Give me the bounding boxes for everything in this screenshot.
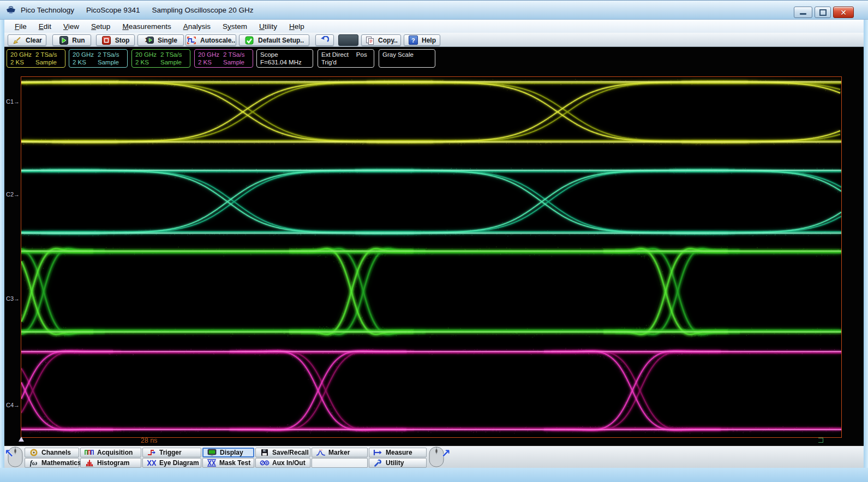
question-mark-glyph: ? (409, 35, 418, 45)
channel-4-position-marker[interactable]: C4→ (5, 402, 20, 408)
single-icon: 1 (144, 37, 154, 44)
trigger-status-box[interactable]: Ext DirectPos Trig'd (318, 49, 374, 68)
menu-analysis[interactable]: Analysis (177, 21, 217, 32)
utility-icon (373, 459, 383, 467)
scope-display-area: Scope F=631.04 MHz Ext DirectPos Trig'd … (4, 47, 864, 445)
histogram-menu-button[interactable]: Histogram (80, 458, 141, 468)
channel-2-position-marker[interactable]: C2→ (5, 191, 20, 198)
window-frame-right (864, 20, 868, 468)
trigger-state: Trig'd (321, 58, 370, 66)
channel-3-status-box[interactable]: 20 GHz 2 TSa/s 2 KS Sample (131, 49, 190, 68)
eye-diagram-canvas[interactable] (21, 77, 841, 437)
channel-3-position-marker[interactable]: C3→ (5, 295, 20, 302)
help-button[interactable]: ?Help (404, 34, 440, 46)
blank-cell[interactable] (312, 458, 368, 468)
mathematics-menu-button[interactable]: fωMathematics (25, 458, 79, 468)
measure-icon (373, 448, 383, 457)
menu-measurements[interactable]: Measurements (116, 21, 177, 32)
scope-frequency: F=631.04 MHz (260, 58, 309, 66)
trigger-slope: Pos (356, 51, 367, 58)
mask-test-menu-button[interactable]: Mask Test (202, 458, 254, 468)
title-company: Pico Technology (21, 6, 74, 14)
maximize-icon (819, 9, 827, 16)
snapshot-button[interactable] (338, 34, 358, 46)
close-button[interactable]: ✕ (833, 7, 854, 18)
copy-icon (364, 36, 375, 45)
mouse-right-button-hint-icon: ↗ (428, 446, 450, 469)
histogram-icon (84, 459, 94, 467)
marker-icon (315, 448, 326, 457)
window-frame-bottom (0, 468, 868, 482)
trigger-source: Ext Direct (321, 51, 349, 58)
mouse-left-button-hint-icon: ↖ (4, 446, 26, 469)
run-button[interactable]: Run (52, 34, 91, 46)
aux-in-out-menu-button[interactable]: Aux In/Out (255, 458, 310, 468)
mask-test-icon (206, 459, 217, 467)
bottom-menu-bar: ↖ChannelsAcquisitionTriggerDisplaySave/R… (4, 445, 864, 468)
minimize-button[interactable] (794, 7, 812, 18)
mathematics-icon: fω (28, 459, 39, 467)
app-icon (5, 5, 16, 15)
eye-diagram-icon (146, 459, 157, 467)
aux-io-icon (259, 459, 270, 467)
single-button[interactable]: 1Single (137, 34, 184, 46)
title-descriptor: Sampling Oscilloscope 20 GHz (152, 6, 253, 14)
undo-icon (320, 36, 330, 45)
stop-button[interactable]: Stop (96, 34, 135, 46)
autoscale-button[interactable]: Autoscale.. (185, 34, 236, 46)
graticule-border (21, 76, 842, 438)
app-window: Pico Technology PicoScope 9341 Sampling … (0, 0, 868, 482)
run-icon (58, 36, 69, 45)
broom-icon (12, 36, 22, 45)
stop-icon (101, 36, 112, 45)
copy-button[interactable]: Copy.. (361, 34, 401, 46)
scope-status-title: Scope (260, 51, 309, 58)
default-setup-button[interactable]: Default Setup.. (239, 34, 309, 46)
menu-help[interactable]: Help (283, 21, 310, 32)
autoscale-icon (187, 36, 197, 45)
save-recall-icon (259, 448, 270, 457)
toolbar: ClearRunStop1SingleAutoscale..Default Se… (4, 33, 864, 47)
channel-1-position-marker[interactable]: C1→ (5, 98, 20, 105)
marker-menu-button[interactable]: Marker (312, 448, 368, 457)
check-icon (244, 36, 255, 45)
help-icon: ? (408, 35, 418, 45)
acquisition-icon (84, 448, 94, 457)
menu-file[interactable]: File (9, 21, 33, 32)
title-model: PicoScope 9341 (86, 6, 140, 14)
menu-setup[interactable]: Setup (85, 21, 116, 32)
undo-button[interactable] (315, 34, 334, 46)
display-mode-box[interactable]: Gray Scale (379, 49, 435, 68)
save-recall-menu-button[interactable]: Save/Recall (255, 448, 310, 457)
trigger-menu-button[interactable]: Trigger (142, 448, 201, 457)
eye-diagram-menu-button[interactable]: Eye Diagram (142, 458, 201, 468)
menu-edit[interactable]: Edit (33, 21, 57, 32)
trigger-icon (146, 448, 157, 457)
menu-system[interactable]: System (217, 21, 253, 32)
window-frame-left (0, 20, 4, 468)
utility-menu-button[interactable]: Utility (369, 458, 427, 468)
measure-menu-button[interactable]: Measure (369, 448, 427, 457)
close-icon: ✕ (840, 8, 847, 17)
minimize-icon (800, 13, 806, 15)
timebase-label: 28 ns (141, 437, 158, 444)
maximize-button[interactable] (815, 7, 831, 18)
timebase-end-bracket[interactable] (818, 438, 823, 443)
channel-4-status-box[interactable]: 20 GHz 2 TSa/s 2 KS Sample (194, 49, 253, 68)
menu-utility[interactable]: Utility (253, 21, 283, 32)
acquisition-menu-button[interactable]: Acquisition (80, 448, 141, 457)
clear-button[interactable]: Clear (8, 34, 46, 46)
scope-status-box[interactable]: Scope F=631.04 MHz (256, 49, 313, 68)
menu-view[interactable]: View (57, 21, 85, 32)
channel-1-status-box[interactable]: 20 GHz 2 TSa/s 2 KS Sample (7, 49, 65, 68)
display-mode-title: Gray Scale (382, 51, 432, 58)
display-menu-button[interactable]: Display (202, 448, 254, 457)
title-bar: Pico Technology PicoScope 9341 Sampling … (0, 0, 868, 20)
display-icon (207, 448, 217, 457)
channels-menu-button[interactable]: Channels (25, 448, 79, 457)
channel-2-status-box[interactable]: 20 GHz 2 TSa/s 2 KS Sample (69, 49, 128, 68)
trigger-position-marker[interactable] (19, 437, 24, 442)
channels-icon (28, 448, 39, 457)
menu-bar: FileEditViewSetupMeasurementsAnalysisSys… (4, 20, 864, 33)
